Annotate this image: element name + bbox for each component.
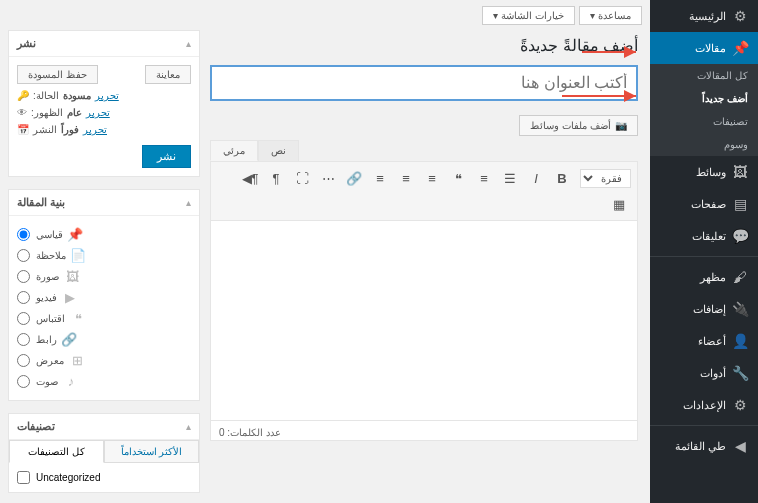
pin-icon: 📌: [732, 40, 748, 56]
key-icon: 🔑: [17, 90, 29, 101]
preview-button[interactable]: معاينة: [145, 65, 191, 84]
screen-options-button[interactable]: خيارات الشاشة ▾: [482, 6, 575, 25]
cat-tab-most-used[interactable]: الأكثر استخداماً: [104, 440, 199, 463]
menu-label: مقالات: [695, 42, 726, 55]
chevron-down-icon: ▾: [590, 10, 595, 21]
tab-visual[interactable]: مرئي: [210, 140, 258, 161]
quote-button[interactable]: ❝: [446, 166, 470, 190]
format-radio[interactable]: [17, 375, 30, 388]
menu-label: وسائط: [696, 166, 726, 179]
collapse-icon: ◀: [732, 438, 748, 454]
format-option[interactable]: 🖼صورة: [17, 266, 191, 287]
format-label: رابط: [36, 334, 57, 345]
tools-icon: 🔧: [732, 365, 748, 381]
menu-label: أعضاء: [698, 335, 726, 348]
align-right-button[interactable]: ≡: [420, 166, 444, 190]
format-radio[interactable]: [17, 312, 30, 325]
menu-media[interactable]: 🖼 وسائط: [650, 156, 758, 188]
status-value: مسودة: [63, 90, 91, 101]
menu-label: مظهر: [700, 271, 726, 284]
format-label: صوت: [36, 376, 58, 387]
menu-plugins[interactable]: 🔌 إضافات: [650, 293, 758, 325]
admin-sidebar: ⚙ الرئيسية 📌 مقالات كل المقالات أضف جديد…: [650, 0, 758, 503]
menu-label: تعليقات: [692, 230, 726, 243]
numbered-list-button[interactable]: ≡: [472, 166, 496, 190]
fullscreen-button[interactable]: ⛶: [290, 166, 314, 190]
cat-uncategorized-label: Uncategorized: [36, 472, 100, 483]
side-column: ▴ نشر معاينة حفظ المسودة تحرير مسودة الح…: [8, 30, 200, 493]
menu-pages[interactable]: ▤ صفحات: [650, 188, 758, 220]
post-title-input[interactable]: [210, 65, 638, 101]
format-icon: 📄: [72, 248, 86, 263]
format-option[interactable]: ♪صوت: [17, 371, 191, 392]
edit-status-link[interactable]: تحرير: [95, 90, 119, 101]
format-icon: 🖼: [65, 269, 79, 284]
format-radio[interactable]: [17, 291, 30, 304]
format-icon: ▶: [63, 290, 77, 305]
metabox-toggle[interactable]: ▴: [186, 421, 191, 432]
pilcrow-button[interactable]: ¶: [264, 166, 288, 190]
format-option[interactable]: ⊞معرض: [17, 350, 191, 371]
users-icon: 👤: [732, 333, 748, 349]
menu-label: إضافات: [693, 303, 726, 316]
metabox-toggle[interactable]: ▴: [186, 38, 191, 49]
cat-tab-all[interactable]: كل التصنيفات: [9, 440, 104, 463]
format-option[interactable]: 📄ملاحظة: [17, 245, 191, 266]
menu-dashboard[interactable]: ⚙ الرئيسية: [650, 0, 758, 32]
screen-options-label: خيارات الشاشة: [501, 10, 564, 21]
format-radio[interactable]: [17, 333, 30, 346]
format-radio[interactable]: [17, 354, 30, 367]
bullet-list-button[interactable]: ☰: [498, 166, 522, 190]
format-label: فيديو: [36, 292, 57, 303]
format-option[interactable]: ❝اقتباس: [17, 308, 191, 329]
menu-label: صفحات: [691, 198, 726, 211]
comments-icon: 💬: [732, 228, 748, 244]
submenu-all-posts[interactable]: كل المقالات: [650, 64, 758, 87]
menu-tools[interactable]: 🔧 أدوات: [650, 357, 758, 389]
menu-collapse[interactable]: ◀ طي القائمة: [650, 430, 758, 462]
tab-text[interactable]: نص: [258, 140, 299, 161]
align-center-button[interactable]: ≡: [394, 166, 418, 190]
submenu-categories[interactable]: تصنيفات: [650, 110, 758, 133]
format-radio[interactable]: [17, 228, 30, 241]
editor-body[interactable]: [210, 221, 638, 421]
edit-visibility-link[interactable]: تحرير: [86, 107, 110, 118]
submenu-tags[interactable]: وسوم: [650, 133, 758, 156]
menu-posts[interactable]: 📌 مقالات: [650, 32, 758, 64]
cat-uncategorized-checkbox[interactable]: [17, 471, 30, 484]
chevron-down-icon: ▾: [493, 10, 498, 21]
publish-button[interactable]: نشر: [142, 145, 191, 168]
format-select[interactable]: فقرة: [580, 169, 631, 188]
format-option[interactable]: 🔗رابط: [17, 329, 191, 350]
menu-users[interactable]: 👤 أعضاء: [650, 325, 758, 357]
align-left-button[interactable]: ≡: [368, 166, 392, 190]
menu-appearance[interactable]: 🖌 مظهر: [650, 261, 758, 293]
schedule-value: فوراً: [61, 124, 79, 135]
plugins-icon: 🔌: [732, 301, 748, 317]
visibility-label: الظهور:: [31, 107, 63, 118]
bold-button[interactable]: B: [550, 166, 574, 190]
format-radio[interactable]: [17, 249, 30, 262]
rtl-button[interactable]: ¶◀: [238, 166, 262, 190]
italic-button[interactable]: I: [524, 166, 548, 190]
main-content: أضف مقالةً جديدةً 📷 أضف ملفات وسائط نص م…: [210, 30, 650, 441]
camera-icon: 📷: [615, 120, 627, 131]
add-media-button[interactable]: 📷 أضف ملفات وسائط: [519, 115, 638, 136]
format-label: معرض: [36, 355, 64, 366]
more-button[interactable]: ⋯: [316, 166, 340, 190]
help-button[interactable]: مساعدة ▾: [579, 6, 642, 25]
menu-comments[interactable]: 💬 تعليقات: [650, 220, 758, 252]
format-radio[interactable]: [17, 270, 30, 283]
format-option[interactable]: ▶فيديو: [17, 287, 191, 308]
metabox-toggle[interactable]: ▴: [186, 197, 191, 208]
menu-label: أدوات: [700, 367, 726, 380]
edit-schedule-link[interactable]: تحرير: [83, 124, 107, 135]
link-button[interactable]: 🔗: [342, 166, 366, 190]
toolbar-toggle-button[interactable]: ▦: [607, 192, 631, 216]
menu-settings[interactable]: ⚙ الإعدادات: [650, 389, 758, 421]
format-option[interactable]: 📌قياسي: [17, 224, 191, 245]
settings-icon: ⚙: [732, 397, 748, 413]
submenu-add-new[interactable]: أضف جديداً: [650, 87, 758, 110]
save-draft-button[interactable]: حفظ المسودة: [17, 65, 98, 84]
format-icon: 🔗: [63, 332, 77, 347]
